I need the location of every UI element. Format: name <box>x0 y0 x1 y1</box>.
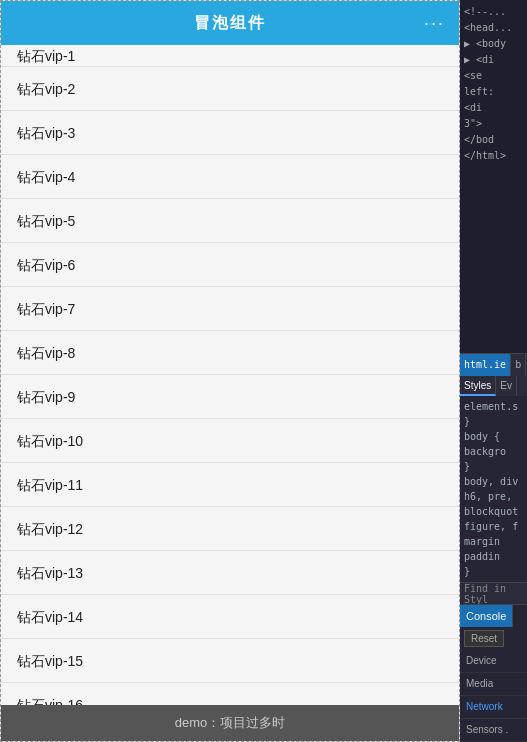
app-title: 冒泡组件 <box>194 13 266 34</box>
code-line: ▶ <di <box>462 52 525 68</box>
code-line: left: <box>462 84 525 100</box>
style-rule: paddin <box>464 549 523 564</box>
devtools-file-tabs: html.ie b <box>460 354 527 376</box>
style-rule: blockquot <box>464 504 523 519</box>
list-item[interactable]: 钻石vip-10 <box>1 419 459 463</box>
list-item[interactable]: 钻石vip-11 <box>1 463 459 507</box>
bottom-tab-item-media[interactable]: Media <box>460 673 527 696</box>
bottom-tab-row: Console <box>460 605 527 627</box>
code-line: <!--... <box>462 4 525 20</box>
style-rule: figure, f <box>464 519 523 534</box>
list-item[interactable]: 钻石vip-2 <box>1 67 459 111</box>
list-item[interactable]: 钻石vip-6 <box>1 243 459 287</box>
style-rule: } <box>464 459 523 474</box>
style-rule: element.s <box>464 399 523 414</box>
style-rule: backgro <box>464 444 523 459</box>
console-tab[interactable]: Console <box>460 605 513 627</box>
devtools-bottom-tabs: Console Reset DeviceMediaNetworkSensors … <box>460 604 527 742</box>
file-tab-html[interactable]: html.ie <box>460 354 511 376</box>
code-line: </html> <box>462 148 525 164</box>
menu-icon[interactable]: ··· <box>424 13 445 34</box>
app-list-container[interactable]: 钻石vip-1 钻石vip-2钻石vip-3钻石vip-4钻石vip-5钻石vi… <box>1 45 459 705</box>
devtools-style-tabs: Styles Ev <box>460 376 527 396</box>
style-rule: h6, pre, <box>464 489 523 504</box>
list-item[interactable]: 钻石vip-4 <box>1 155 459 199</box>
list-item[interactable]: 钻石vip-15 <box>1 639 459 683</box>
list-item[interactable]: 钻石vip-8 <box>1 331 459 375</box>
app-footer-text: demo：项目过多时 <box>175 714 286 732</box>
list-item[interactable]: 钻石vip-7 <box>1 287 459 331</box>
reset-button[interactable]: Reset <box>464 630 504 647</box>
bottom-tab-item-network[interactable]: Network <box>460 696 527 719</box>
devtools-find[interactable]: Find in Styl <box>460 582 527 604</box>
list-item[interactable]: 钻石vip-12 <box>1 507 459 551</box>
list-item[interactable]: 钻石vip-9 <box>1 375 459 419</box>
list-item[interactable]: 钻石vip-5 <box>1 199 459 243</box>
app-header: 冒泡组件 ··· <box>1 1 459 45</box>
file-tab-b[interactable]: b <box>511 354 526 376</box>
devtools-reset-row: Reset <box>460 627 527 650</box>
devtools-styles: element.s}body { backgro}body, divh6, pr… <box>460 396 527 582</box>
style-rule: body, div <box>464 474 523 489</box>
list-item[interactable]: 钻石vip-14 <box>1 595 459 639</box>
code-line: 3"> <box>462 116 525 132</box>
style-rule: } <box>464 414 523 429</box>
list-item[interactable]: 钻石vip-16 <box>1 683 459 705</box>
list-item[interactable]: 钻石vip-13 <box>1 551 459 595</box>
app-panel: 冒泡组件 ··· 钻石vip-1 钻石vip-2钻石vip-3钻石vip-4钻石… <box>0 0 460 742</box>
code-line: </bod <box>462 132 525 148</box>
devtools-tabs-area: html.ie b Styles Ev element.s}body { bac… <box>460 353 527 604</box>
style-rule: body { <box>464 429 523 444</box>
devtools-panel: <!--...<head...▶ <body ▶ <di <se left: <… <box>460 0 527 742</box>
devtools-find-text: Find in Styl <box>464 583 523 605</box>
style-rule: margin <box>464 534 523 549</box>
style-tab-styles[interactable]: Styles <box>460 376 496 396</box>
code-line: ▶ <body <box>462 36 525 52</box>
style-rule: } <box>464 564 523 579</box>
code-line: <se <box>462 68 525 84</box>
bottom-tab-item-sensors .[interactable]: Sensors . <box>460 719 527 742</box>
list-item-partial: 钻石vip-1 <box>1 45 459 67</box>
style-tab-ev[interactable]: Ev <box>496 376 517 396</box>
code-line: <head... <box>462 20 525 36</box>
list-item[interactable]: 钻石vip-3 <box>1 111 459 155</box>
app-footer: demo：项目过多时 <box>1 705 459 741</box>
bottom-tab-item-device[interactable]: Device <box>460 650 527 673</box>
devtools-code: <!--...<head...▶ <body ▶ <di <se left: <… <box>460 0 527 353</box>
code-line: <di <box>462 100 525 116</box>
